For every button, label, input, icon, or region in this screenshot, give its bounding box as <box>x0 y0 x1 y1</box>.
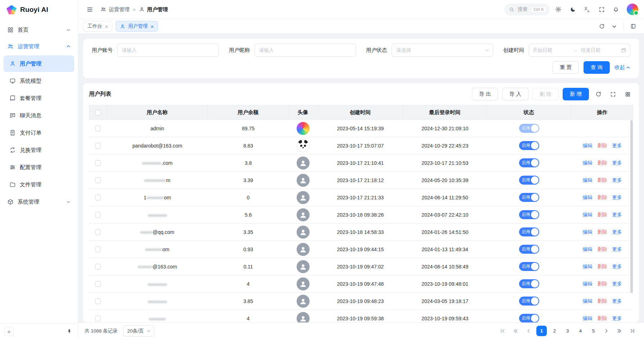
status-toggle[interactable]: 启用 <box>519 210 539 219</box>
sidebar-item-package-management[interactable]: 套餐管理 <box>4 90 74 107</box>
row-checkbox[interactable] <box>95 247 101 252</box>
dark-mode-moon-icon[interactable] <box>567 4 578 15</box>
more-link[interactable]: 更多 <box>612 281 622 286</box>
translate-icon[interactable]: 文A <box>581 4 593 15</box>
status-toggle[interactable]: 启用 <box>519 245 539 254</box>
notifications-bell-icon[interactable] <box>610 4 622 15</box>
edit-link[interactable]: 编辑 <box>583 229 593 235</box>
edit-link[interactable]: 编辑 <box>583 316 593 321</box>
more-link[interactable]: 更多 <box>612 229 622 235</box>
more-link[interactable]: 更多 <box>612 264 622 269</box>
refresh-icon[interactable] <box>596 21 608 32</box>
row-checkbox[interactable] <box>95 212 101 218</box>
more-link[interactable]: 更多 <box>612 212 622 217</box>
edit-link[interactable]: 编辑 <box>583 160 593 166</box>
status-toggle[interactable]: 启用 <box>519 141 539 150</box>
edit-link[interactable]: 编辑 <box>583 177 593 183</box>
more-link[interactable]: 更多 <box>612 195 622 200</box>
nickname-input[interactable] <box>255 44 356 57</box>
start-date-input[interactable] <box>533 48 570 53</box>
delete-link[interactable]: 删除 <box>598 229 607 235</box>
sidebar-item-user-management[interactable]: 用户管理 <box>4 55 74 72</box>
tab-workbench[interactable]: 工作台× <box>83 21 112 32</box>
select-all-checkbox[interactable] <box>95 110 101 116</box>
row-checkbox[interactable] <box>95 316 101 321</box>
row-checkbox[interactable] <box>95 264 101 270</box>
account-input[interactable] <box>117 44 219 57</box>
row-checkbox[interactable] <box>95 143 101 149</box>
sidebar-item-config-management[interactable]: 配置管理 <box>4 159 74 176</box>
delete-link[interactable]: 删除 <box>598 177 607 183</box>
status-toggle[interactable]: 启用 <box>519 297 539 306</box>
breadcrumb-item-operations[interactable]: 运营管理 <box>100 6 130 13</box>
pagination-last-button[interactable] <box>627 326 638 336</box>
breadcrumb-item-user-management[interactable]: 用户管理 <box>139 6 168 13</box>
sidebar-item-system-model[interactable]: 系统模型 <box>4 73 74 89</box>
pagination-page-2[interactable]: 2 <box>549 326 560 336</box>
export-button[interactable]: 导 出 <box>472 88 498 100</box>
reset-button[interactable]: 重 置 <box>553 61 579 74</box>
status-toggle[interactable]: 启用 <box>519 227 539 236</box>
delete-link[interactable]: 删除 <box>598 264 607 269</box>
row-checkbox[interactable] <box>95 126 101 131</box>
sidebar-item-payment-orders[interactable]: 支付订单 <box>4 125 74 141</box>
status-toggle[interactable]: 启用 <box>519 279 539 288</box>
edit-link[interactable]: 编辑 <box>583 247 593 252</box>
status-toggle[interactable]: 启用 <box>519 193 539 202</box>
pagination-page-3[interactable]: 3 <box>562 326 573 336</box>
status-toggle[interactable]: 启用 <box>519 314 539 322</box>
fullscreen-icon[interactable] <box>608 89 618 100</box>
scrollbar-thumb[interactable] <box>630 120 633 293</box>
more-link[interactable]: 更多 <box>612 143 622 148</box>
sidebar-item-file-management[interactable]: 文件管理 <box>4 176 74 193</box>
more-link[interactable]: 更多 <box>612 177 622 183</box>
settings-gear-icon[interactable] <box>553 4 564 15</box>
pagination-first-button[interactable] <box>497 326 508 336</box>
delete-link[interactable]: 删除 <box>598 143 607 148</box>
row-checkbox[interactable] <box>95 229 101 235</box>
row-checkbox[interactable] <box>95 160 101 166</box>
pagination-next-group-button[interactable] <box>614 326 625 336</box>
edit-link[interactable]: 编辑 <box>583 143 593 148</box>
edit-link[interactable]: 编辑 <box>583 212 593 217</box>
delete-link[interactable]: 删除 <box>598 298 607 304</box>
page-size-select[interactable]: 20条/页 <box>123 325 155 336</box>
global-search[interactable]: 搜索 Ctrl K <box>504 4 550 15</box>
delete-link[interactable]: 删除 <box>598 160 607 166</box>
column-settings-grid-icon[interactable] <box>622 89 633 100</box>
sidebar-item-system[interactable]: 系统管理 <box>4 194 74 210</box>
table-scrollbar[interactable] <box>630 120 633 321</box>
delete-link[interactable]: 删除 <box>598 195 607 200</box>
layout-expand-icon[interactable] <box>627 21 639 32</box>
collapse-sidebar-button[interactable]: « <box>4 327 14 336</box>
edit-link[interactable]: 编辑 <box>583 281 593 286</box>
status-toggle[interactable]: 启用 <box>519 124 539 133</box>
row-checkbox[interactable] <box>95 298 101 304</box>
sidebar-item-chat-messages[interactable]: 聊天消息 <box>4 107 74 124</box>
user-avatar[interactable] <box>627 4 638 15</box>
delete-button[interactable]: 删 除 <box>532 88 559 100</box>
edit-link[interactable]: 编辑 <box>583 298 593 304</box>
search-button[interactable]: 查 询 <box>584 61 610 74</box>
chevron-down-icon[interactable] <box>608 21 620 32</box>
fullscreen-icon[interactable] <box>596 4 607 15</box>
status-select[interactable]: 请选择 <box>392 44 493 57</box>
import-button[interactable]: 导 入 <box>502 88 528 100</box>
status-toggle[interactable]: 启用 <box>519 176 539 185</box>
pagination-page-4[interactable]: 4 <box>575 326 586 336</box>
status-toggle[interactable]: 启用 <box>519 158 539 167</box>
refresh-icon[interactable] <box>593 89 604 100</box>
delete-link[interactable]: 删除 <box>598 316 607 321</box>
pagination-prev-button[interactable] <box>523 326 534 336</box>
end-date-input[interactable] <box>581 48 618 53</box>
delete-link[interactable]: 删除 <box>598 281 607 286</box>
more-link[interactable]: 更多 <box>612 298 622 304</box>
sidebar-item-operations[interactable]: 运营管理 <box>4 38 74 55</box>
pagination-next-button[interactable] <box>601 326 612 336</box>
add-button[interactable]: 新 增 <box>563 88 589 100</box>
more-link[interactable]: 更多 <box>612 316 622 321</box>
delete-link[interactable]: 删除 <box>598 212 607 217</box>
pin-icon[interactable] <box>65 327 73 336</box>
hamburger-menu-icon[interactable] <box>84 4 95 15</box>
pagination-page-5[interactable]: 5 <box>588 326 599 336</box>
